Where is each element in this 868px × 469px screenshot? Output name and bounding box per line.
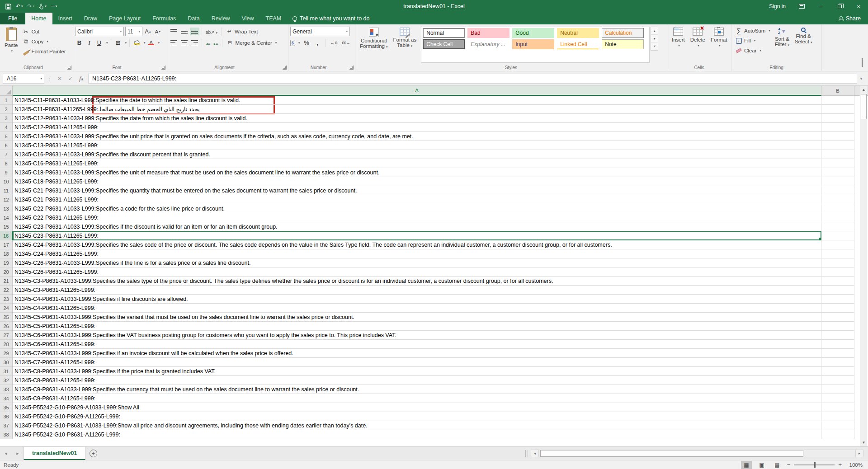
cell-column-a[interactable]: N1345-C13-P8631-A1033-L999:Specifies the… — [13, 132, 821, 141]
cell-column-a[interactable]: N1345-C18-P8631-A1033-L999:Specifies the… — [13, 168, 821, 177]
tell-me-box[interactable]: Tell me what you want to do — [287, 13, 375, 24]
borders-button[interactable]: ⊞ — [114, 38, 123, 47]
cell-style-check-cell[interactable]: Check Cell — [423, 39, 465, 49]
cell-column-a[interactable]: N1345-C22-P8631-A11265-L999: — [13, 213, 821, 222]
cell-column-b[interactable] — [821, 403, 854, 412]
cell-column-a[interactable]: N1345-C22-P8631-A1033-L999:Specifies a c… — [13, 204, 821, 213]
font-dialog-launcher[interactable] — [161, 66, 165, 70]
autosum-button[interactable]: ∑AutoSum▾ — [733, 26, 772, 36]
cell-column-a[interactable]: N1345-C11-P8631-A1033-L999:Specifies the… — [13, 96, 821, 105]
row-header[interactable]: 7 — [0, 150, 13, 159]
row-header[interactable]: 16 — [0, 231, 13, 240]
tab-team[interactable]: TEAM — [260, 13, 288, 24]
format-painter-button[interactable]: Format Painter — [20, 47, 67, 56]
align-left-button[interactable] — [169, 39, 179, 47]
row-header[interactable]: 27 — [0, 331, 13, 340]
close-button[interactable]: × — [849, 0, 868, 13]
scroll-left-icon[interactable]: ◂ — [531, 450, 539, 457]
cell-style-calculation[interactable]: Calculation — [602, 28, 644, 38]
format-cells-button[interactable]: Format ▾ — [708, 26, 730, 63]
cell-column-a[interactable]: N1345-C23-P8631-A1033-L999:Specifies if … — [13, 222, 821, 231]
cell-column-a[interactable]: N1345-C8-P8631-A11265-L999: — [13, 376, 821, 385]
cell-style-good[interactable]: Good — [512, 28, 554, 38]
row-header[interactable]: 24 — [0, 304, 13, 313]
cell-style-neutral[interactable]: Neutral — [557, 28, 599, 38]
row-header[interactable]: 31 — [0, 367, 13, 376]
cell-style-linked-cell[interactable]: Linked Cell — [557, 39, 599, 49]
bold-button[interactable]: B — [75, 38, 84, 47]
styles-scroll-down-icon[interactable]: ▼ — [651, 35, 658, 42]
font-name-select[interactable]: Calibri▾ — [75, 27, 124, 36]
cell-column-b[interactable] — [821, 277, 854, 286]
row-header[interactable]: 8 — [0, 159, 13, 168]
minimize-button[interactable]: – — [811, 0, 830, 13]
cell-column-a[interactable]: N1345-C6-P8631-A11265-L999: — [13, 340, 821, 349]
cell-column-a[interactable]: N1345-C6-P8631-A1033-L999:Specifies the … — [13, 331, 821, 340]
increase-decimal-button[interactable]: ←.0 — [330, 38, 338, 47]
cell-column-b[interactable] — [821, 168, 854, 177]
vertical-scroll-thumb[interactable] — [861, 94, 867, 119]
fill-color-button[interactable] — [132, 38, 141, 47]
zoom-out-button[interactable]: − — [787, 461, 791, 468]
row-header[interactable]: 15 — [0, 222, 13, 231]
horizontal-scrollbar[interactable]: ◂ ▸ — [531, 450, 863, 457]
cell-column-b[interactable] — [821, 159, 854, 168]
cell-column-b[interactable] — [821, 304, 854, 313]
row-header[interactable]: 12 — [0, 195, 13, 204]
share-button[interactable]: Share — [831, 13, 868, 24]
sheet-tab-active[interactable]: translatedNew01 — [24, 447, 85, 460]
sheet-nav-right-icon[interactable]: ▸ — [12, 447, 24, 460]
cell-column-b[interactable] — [821, 313, 854, 322]
cell-column-a[interactable]: N1345-C7-P8631-A11265-L999: — [13, 358, 821, 367]
merge-center-button[interactable]: ⊟Merge & Center▾ — [225, 38, 279, 48]
insert-cells-button[interactable]: Insert ▾ — [669, 26, 688, 63]
cell-column-b[interactable] — [821, 430, 854, 439]
align-center-button[interactable] — [179, 39, 189, 47]
row-header[interactable]: 25 — [0, 313, 13, 322]
zoom-in-button[interactable]: + — [838, 461, 842, 468]
cell-column-b[interactable] — [821, 385, 854, 394]
cell-column-a[interactable]: N1345-C26-P8631-A1033-L999:Specifies if … — [13, 258, 821, 267]
cell-column-a[interactable]: N1345-P55242-G10-P8631-A11265-L999: — [13, 430, 821, 439]
cell-column-b[interactable] — [821, 412, 854, 421]
tab-formulas[interactable]: Formulas — [146, 13, 182, 24]
cell-column-a[interactable]: N1345-C23-P8631-A11265-L999: — [13, 231, 821, 240]
touch-mouse-mode-button[interactable]: ▾ — [37, 1, 48, 12]
row-header[interactable]: 1 — [0, 96, 13, 105]
redo-button[interactable]: ↷▾ — [26, 1, 37, 12]
row-header[interactable]: 17 — [0, 240, 13, 249]
save-button[interactable] — [4, 1, 13, 12]
cell-column-b[interactable] — [821, 331, 854, 340]
row-header[interactable]: 34 — [0, 394, 13, 403]
cell-column-b[interactable] — [821, 96, 854, 105]
row-header[interactable]: 9 — [0, 168, 13, 177]
cut-button[interactable]: ✂Cut — [20, 27, 67, 37]
cell-column-b[interactable] — [821, 123, 854, 132]
row-header[interactable]: 30 — [0, 358, 13, 367]
cell-column-a[interactable]: N1345-C12-P8631-A11265-L999: — [13, 123, 821, 132]
cell-column-a[interactable]: N1345-C16-P8631-A11265-L999: — [13, 159, 821, 168]
cell-column-a[interactable]: N1345-P55242-G10-P8629-A1033-L999:Show A… — [13, 403, 821, 412]
cell-style-explanatory[interactable]: Explanatory ... — [467, 39, 509, 49]
cell-column-a[interactable]: N1345-C5-P8631-A11265-L999: — [13, 322, 821, 331]
cell-column-b[interactable] — [821, 295, 854, 304]
cell-column-a[interactable]: N1345-C3-P8631-A11265-L999: — [13, 286, 821, 295]
styles-gallery-expand-icon[interactable]: ⊽ — [651, 42, 658, 50]
cell-column-b[interactable] — [821, 358, 854, 367]
cell-column-b[interactable] — [821, 195, 854, 204]
cell-column-a[interactable]: N1345-C24-P8631-A11265-L999: — [13, 249, 821, 258]
row-header[interactable]: 18 — [0, 249, 13, 258]
row-header[interactable]: 3 — [0, 114, 13, 123]
cell-column-b[interactable] — [821, 394, 854, 403]
cell-column-b[interactable] — [821, 204, 854, 213]
row-header[interactable]: 14 — [0, 213, 13, 222]
row-header[interactable]: 4 — [0, 123, 13, 132]
cell-column-b[interactable] — [821, 340, 854, 349]
row-header[interactable]: 20 — [0, 267, 13, 277]
cell-style-normal[interactable]: Normal — [423, 28, 465, 38]
row-header[interactable]: 29 — [0, 349, 13, 358]
tab-page-layout[interactable]: Page Layout — [103, 13, 146, 24]
cell-column-b[interactable] — [821, 105, 854, 114]
cancel-entry-button[interactable]: ✕ — [55, 74, 65, 84]
tab-file[interactable]: File — [0, 13, 25, 24]
